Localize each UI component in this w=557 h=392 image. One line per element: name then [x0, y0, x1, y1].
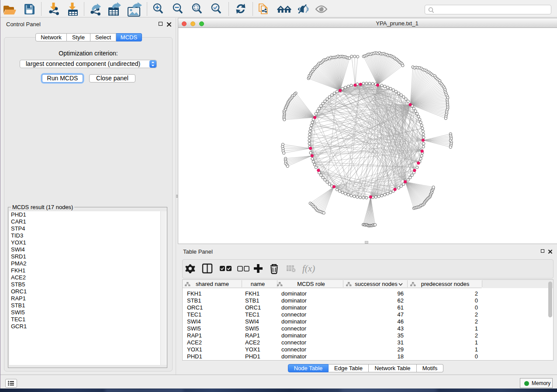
- svg-text:successor nodes: successor nodes: [355, 281, 398, 287]
- svg-text:name: name: [251, 281, 265, 287]
- svg-text:MCDS role: MCDS role: [297, 281, 325, 287]
- svg-text:f(x): f(x): [302, 263, 315, 274]
- svg-text:shared name: shared name: [196, 281, 229, 287]
- svg-text:predecessor nodes: predecessor nodes: [421, 281, 470, 287]
